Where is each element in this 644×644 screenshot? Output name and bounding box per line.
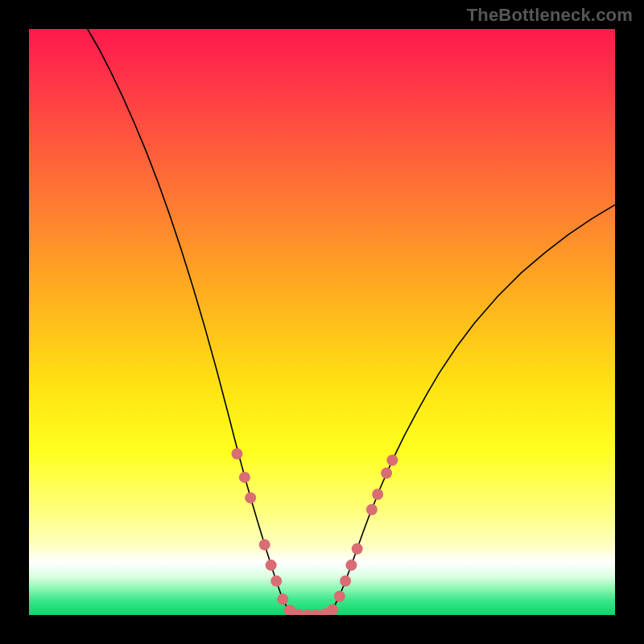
curve-markers	[231, 448, 398, 615]
watermark-text: TheBottleneck.com	[467, 5, 633, 26]
curve-marker	[266, 559, 277, 571]
curve-marker	[352, 543, 363, 555]
curve-marker	[372, 489, 383, 500]
curve-layer	[29, 29, 615, 615]
curve-marker	[381, 468, 392, 479]
curve-marker	[334, 591, 345, 602]
curve-marker	[245, 492, 256, 503]
curve-marker	[327, 604, 338, 615]
curve-marker	[270, 576, 282, 587]
curve-marker	[340, 576, 351, 587]
curve-marker	[231, 448, 242, 460]
plot-area	[29, 29, 615, 615]
curve-marker	[345, 559, 357, 571]
bottleneck-v-curve	[88, 29, 615, 615]
curve-marker	[386, 455, 398, 466]
curve-marker	[259, 539, 270, 551]
curve-marker	[366, 504, 378, 515]
curve-marker	[239, 472, 250, 483]
chart-frame: TheBottleneck.com	[0, 0, 644, 644]
curve-marker	[277, 593, 288, 605]
